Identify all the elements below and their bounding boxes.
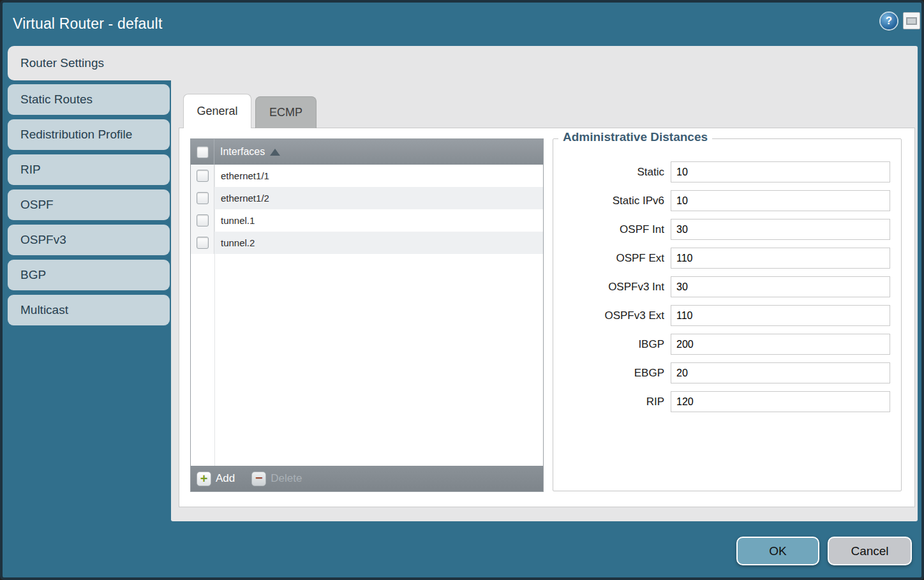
delete-icon: − bbox=[251, 472, 266, 486]
row-checkbox[interactable] bbox=[197, 192, 209, 204]
select-all-checkbox[interactable] bbox=[197, 146, 209, 158]
static-input[interactable] bbox=[671, 161, 890, 182]
row-checkbox[interactable] bbox=[197, 214, 209, 227]
ebgp-input[interactable] bbox=[671, 362, 890, 383]
sidebar-item-redistribution-profile[interactable]: Redistribution Profile bbox=[8, 119, 170, 150]
interface-name: tunnel.2 bbox=[214, 237, 255, 248]
field-row: OSPFv3 Ext bbox=[553, 305, 901, 326]
sidebar-item-ospfv3[interactable]: OSPFv3 bbox=[8, 225, 170, 255]
maximize-icon-inner bbox=[906, 17, 917, 25]
ospf-ext-label: OSPF Ext bbox=[553, 248, 671, 269]
rip-label: RIP bbox=[553, 391, 671, 412]
help-icon[interactable]: ? bbox=[881, 13, 897, 29]
ospfv3-ext-input[interactable] bbox=[671, 305, 890, 326]
add-button[interactable]: + Add bbox=[197, 472, 235, 486]
sidebar-item-bgp[interactable]: BGP bbox=[8, 260, 170, 290]
dialog-title: Virtual Router - default bbox=[13, 3, 163, 45]
general-tab-panel: Interfaces ethernet1/1 ethernet1/2 tunne… bbox=[179, 128, 915, 507]
ospfv3-int-input[interactable] bbox=[671, 276, 890, 297]
virtual-router-dialog: Virtual Router - default ? Router Settin… bbox=[0, 0, 924, 580]
interfaces-table-toolbar: + Add − Delete bbox=[191, 466, 543, 491]
administrative-distances-group: Administrative Distances Static Static I… bbox=[553, 138, 902, 491]
static-ipv6-input[interactable] bbox=[671, 190, 890, 211]
interface-name: ethernet1/2 bbox=[214, 193, 269, 204]
field-row: OSPF Int bbox=[553, 219, 901, 240]
interfaces-table: Interfaces ethernet1/1 ethernet1/2 tunne… bbox=[190, 138, 544, 492]
sort-ascending-icon[interactable] bbox=[270, 149, 280, 156]
field-row: OSPFv3 Int bbox=[553, 276, 901, 297]
title-bar: Virtual Router - default ? bbox=[3, 3, 921, 46]
tab-general[interactable]: General bbox=[183, 94, 251, 128]
sidebar-item-static-routes[interactable]: Static Routes bbox=[8, 84, 170, 115]
interface-name: tunnel.1 bbox=[214, 215, 255, 226]
cancel-button[interactable]: Cancel bbox=[828, 537, 912, 565]
add-icon: + bbox=[197, 472, 211, 486]
ospf-int-label: OSPF Int bbox=[553, 219, 671, 240]
field-row: OSPF Ext bbox=[553, 248, 901, 269]
sidebar-item-rip[interactable]: RIP bbox=[8, 154, 170, 185]
ospfv3-int-label: OSPFv3 Int bbox=[553, 276, 671, 297]
administrative-distances-title: Administrative Distances bbox=[558, 130, 712, 144]
table-row[interactable]: ethernet1/2 bbox=[191, 187, 543, 209]
interfaces-column-header[interactable]: Interfaces bbox=[214, 146, 265, 158]
sidebar-item-multicast[interactable]: Multicast bbox=[8, 295, 170, 325]
interfaces-table-header: Interfaces bbox=[191, 139, 543, 165]
static-ipv6-label: Static IPv6 bbox=[553, 190, 671, 211]
maximize-icon[interactable] bbox=[903, 12, 920, 29]
sidebar-item-ospf[interactable]: OSPF bbox=[8, 190, 170, 220]
ok-button[interactable]: OK bbox=[736, 537, 819, 565]
tab-ecmp[interactable]: ECMP bbox=[255, 96, 317, 128]
static-label: Static bbox=[553, 161, 671, 182]
field-row: IBGP bbox=[553, 334, 901, 355]
table-row[interactable]: tunnel.1 bbox=[191, 209, 543, 232]
sidebar-item-router-settings[interactable]: Router Settings bbox=[8, 46, 174, 80]
ospfv3-ext-label: OSPFv3 Ext bbox=[553, 305, 671, 326]
interfaces-table-body: ethernet1/1 ethernet1/2 tunnel.1 tunnel.… bbox=[191, 165, 543, 466]
ibgp-input[interactable] bbox=[671, 334, 890, 355]
field-row: Static IPv6 bbox=[553, 190, 901, 211]
field-row: EBGP bbox=[553, 362, 901, 383]
add-button-label: Add bbox=[216, 472, 235, 485]
ospf-ext-input[interactable] bbox=[671, 248, 890, 269]
row-checkbox[interactable] bbox=[197, 237, 209, 249]
row-checkbox[interactable] bbox=[197, 170, 209, 182]
ibgp-label: IBGP bbox=[553, 334, 671, 355]
ospf-int-input[interactable] bbox=[671, 219, 890, 240]
table-row[interactable]: ethernet1/1 bbox=[191, 165, 543, 187]
field-row: RIP bbox=[553, 391, 901, 412]
field-row: Static bbox=[553, 161, 901, 182]
ebgp-label: EBGP bbox=[553, 362, 671, 383]
table-row[interactable]: tunnel.2 bbox=[191, 232, 543, 254]
delete-button[interactable]: − Delete bbox=[251, 472, 302, 486]
delete-button-label: Delete bbox=[271, 472, 302, 485]
interface-name: ethernet1/1 bbox=[214, 170, 269, 181]
rip-input[interactable] bbox=[671, 391, 890, 412]
